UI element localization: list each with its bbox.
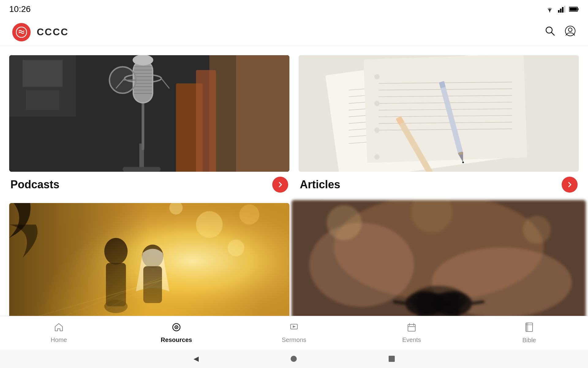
card4-image: [292, 200, 586, 316]
android-back-button[interactable]: ◀: [194, 355, 199, 363]
nav-label-events: Events: [402, 336, 421, 343]
events-icon: [407, 323, 416, 334]
header-left: CCCC: [12, 23, 69, 41]
bible-icon: [525, 322, 533, 334]
nav-item-sermons[interactable]: Sermons: [235, 323, 353, 343]
svg-line-100: [393, 302, 405, 304]
svg-rect-87: [143, 266, 162, 303]
bottom-nav: Home Resources Sermons: [0, 316, 588, 350]
articles-image: [299, 55, 579, 172]
svg-line-90: [76, 238, 243, 316]
svg-point-104: [523, 216, 551, 244]
svg-rect-117: [526, 323, 528, 332]
articles-name: Articles: [300, 178, 340, 191]
nav-item-resources[interactable]: Resources: [118, 323, 235, 343]
svg-rect-7: [570, 8, 577, 11]
podcasts-label: Podcasts: [9, 172, 289, 194]
status-bar: 10:26: [0, 0, 588, 18]
svg-rect-27: [134, 61, 152, 102]
svg-rect-6: [578, 8, 579, 10]
svg-point-108: [176, 327, 177, 328]
svg-point-81: [239, 205, 259, 224]
svg-point-74: [374, 101, 379, 106]
nav-label-resources: Resources: [161, 336, 192, 343]
svg-rect-111: [408, 324, 415, 331]
wifi-icon: [545, 6, 554, 13]
podcasts-image: [9, 55, 289, 172]
svg-line-89: [43, 248, 236, 316]
svg-rect-1: [558, 10, 560, 13]
svg-rect-84: [106, 263, 126, 306]
podcasts-card[interactable]: Podcasts: [9, 55, 289, 194]
svg-rect-42: [196, 70, 216, 172]
resources-icon: [172, 323, 181, 334]
status-time: 10:26: [9, 4, 31, 14]
search-button[interactable]: [545, 25, 556, 39]
home-icon: [54, 323, 63, 334]
svg-point-75: [374, 128, 379, 133]
status-icons: [545, 6, 579, 13]
card3[interactable]: [9, 203, 289, 316]
nav-item-bible[interactable]: Bible: [470, 322, 588, 344]
articles-arrow[interactable]: [562, 177, 578, 193]
svg-point-0: [549, 11, 550, 12]
svg-point-79: [196, 211, 223, 238]
main-content: Podcasts: [0, 46, 588, 316]
svg-rect-18: [236, 55, 289, 172]
sermons-icon: [289, 323, 299, 334]
nav-item-home[interactable]: Home: [0, 323, 118, 343]
svg-point-9: [546, 27, 552, 33]
android-recents-button[interactable]: [389, 356, 395, 362]
svg-marker-110: [293, 325, 296, 328]
svg-rect-3: [562, 7, 564, 13]
app-title-text: CCCC: [37, 26, 69, 38]
android-nav-bar: ◀: [0, 350, 588, 368]
svg-rect-15: [23, 60, 63, 87]
svg-rect-115: [526, 323, 533, 332]
podcasts-name: Podcasts: [10, 178, 59, 191]
svg-line-10: [552, 33, 554, 35]
nav-label-home: Home: [51, 336, 67, 343]
svg-point-103: [327, 205, 362, 240]
nav-label-sermons: Sermons: [282, 336, 306, 343]
header-right: [545, 25, 576, 39]
signal-icon: [558, 6, 565, 13]
svg-point-95: [309, 223, 414, 307]
svg-point-8: [16, 27, 27, 37]
profile-button[interactable]: [565, 25, 576, 39]
svg-point-73: [374, 74, 379, 79]
articles-card[interactable]: Articles: [299, 55, 579, 194]
svg-rect-77: [9, 203, 289, 316]
card3-image: [9, 203, 289, 316]
nav-item-events[interactable]: Events: [353, 323, 470, 343]
svg-point-99: [433, 291, 472, 316]
svg-point-83: [104, 238, 127, 265]
svg-point-86: [142, 245, 164, 268]
app-header: CCCC: [0, 18, 588, 46]
svg-line-101: [472, 302, 484, 304]
svg-line-88: [9, 261, 226, 316]
svg-rect-102: [442, 302, 451, 305]
svg-rect-20: [123, 167, 160, 171]
svg-point-85: [104, 300, 127, 313]
svg-point-82: [169, 203, 183, 215]
svg-rect-4: [564, 6, 566, 13]
svg-point-76: [374, 154, 379, 159]
svg-point-12: [568, 28, 572, 32]
svg-point-80: [228, 240, 244, 256]
svg-rect-2: [560, 9, 562, 13]
battery-icon: [569, 6, 579, 12]
podcasts-arrow[interactable]: [272, 177, 288, 193]
svg-rect-91: [9, 203, 289, 316]
svg-rect-16: [26, 90, 59, 110]
svg-rect-78: [9, 203, 289, 316]
nav-label-bible: Bible: [522, 337, 536, 344]
card4[interactable]: [299, 203, 579, 316]
android-home-button[interactable]: [291, 356, 297, 362]
app-logo: [12, 23, 31, 41]
articles-label: Articles: [299, 172, 579, 194]
